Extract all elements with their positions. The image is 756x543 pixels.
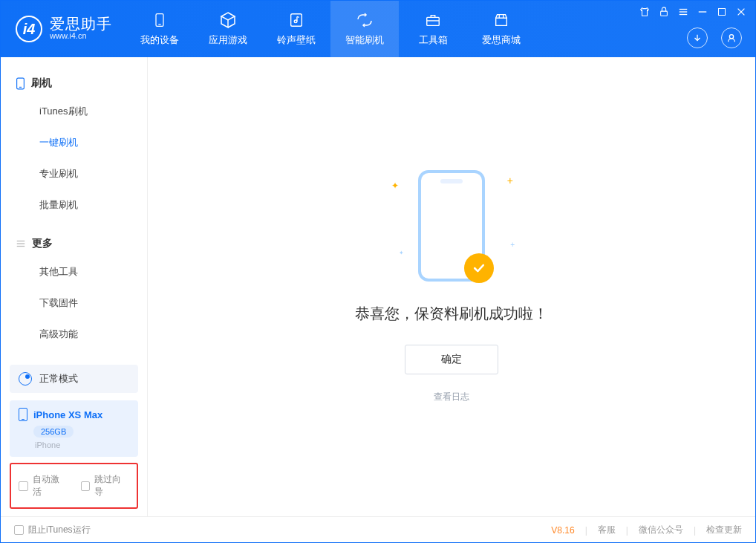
app-header: i4 爱思助手 www.i4.cn 我的设备 应用游戏 铃声壁纸 智能刷机 工具… [1, 1, 755, 57]
download-button[interactable] [687, 27, 708, 48]
device-icon [151, 11, 169, 29]
sidebar-item-itunes-flash[interactable]: iTunes刷机 [1, 96, 147, 127]
maximize-icon[interactable] [717, 7, 727, 17]
success-illustration: ✦ + ✦ + [418, 170, 485, 282]
nav-toolbox[interactable]: 工具箱 [399, 1, 467, 57]
nav-my-device[interactable]: 我的设备 [126, 1, 194, 57]
sidebar-group-flash: 刷机 [1, 71, 147, 96]
view-log-link[interactable]: 查看日志 [434, 391, 469, 403]
sparkle-icon: ✦ [399, 250, 404, 256]
footer-link-support[interactable]: 客服 [598, 524, 616, 536]
nav-ringtones-wallpapers[interactable]: 铃声壁纸 [262, 1, 330, 57]
header-actions [687, 27, 742, 48]
svg-rect-4 [427, 17, 440, 25]
device-panel: 正常模式 iPhone XS Max 256GB iPhone 自动激活 跳过向… [1, 365, 147, 516]
sidebar-item-onekey-flash[interactable]: 一键刷机 [1, 127, 147, 158]
device-card[interactable]: iPhone XS Max 256GB iPhone [10, 400, 138, 457]
body: 刷机 iTunes刷机 一键刷机 专业刷机 批量刷机 更多 其他工具 下载固件 … [1, 57, 755, 516]
phone-icon [16, 77, 25, 90]
svg-rect-10 [719, 9, 726, 16]
close-icon[interactable] [736, 7, 746, 17]
sparkle-icon: + [510, 241, 515, 249]
sparkle-icon: ✦ [391, 181, 399, 191]
nav-apps-games[interactable]: 应用游戏 [194, 1, 262, 57]
checkbox-skip-guide[interactable]: 跳过向导 [81, 473, 130, 498]
options-box: 自动激活 跳过向导 [10, 463, 138, 509]
sidebar: 刷机 iTunes刷机 一键刷机 专业刷机 批量刷机 更多 其他工具 下载固件 … [1, 57, 148, 516]
version-label: V8.16 [551, 525, 574, 536]
device-name: iPhone XS Max [33, 409, 102, 420]
shirt-icon[interactable] [639, 7, 650, 17]
lock-icon[interactable] [659, 7, 669, 17]
sidebar-item-download-firmware[interactable]: 下载固件 [1, 287, 147, 319]
svg-rect-5 [661, 11, 668, 16]
svg-point-13 [729, 35, 733, 39]
nav-smart-flash[interactable]: 智能刷机 [330, 1, 399, 57]
svg-point-3 [294, 20, 297, 23]
device-capacity: 256GB [33, 426, 74, 438]
success-message: 恭喜您，保资料刷机成功啦！ [355, 304, 548, 324]
footer-link-update[interactable]: 检查更新 [706, 524, 742, 536]
minimize-icon[interactable] [697, 7, 708, 17]
menu-icon[interactable] [678, 7, 688, 17]
logo-subtitle: www.i4.cn [50, 31, 112, 41]
checkbox-block-itunes[interactable]: 阻止iTunes运行 [14, 524, 91, 536]
mode-icon [19, 372, 32, 386]
toolbox-icon [424, 11, 442, 29]
sidebar-group-more: 更多 [1, 231, 147, 256]
sidebar-item-batch-flash[interactable]: 批量刷机 [1, 189, 147, 221]
checkmark-badge-icon [464, 253, 494, 283]
window-controls-top [639, 7, 746, 17]
cube-icon [219, 11, 237, 29]
footer: 阻止iTunes运行 V8.16 | 客服 | 微信公众号 | 检查更新 [1, 516, 755, 543]
user-button[interactable] [721, 27, 742, 48]
ok-button[interactable]: 确定 [405, 345, 498, 374]
list-icon [16, 238, 26, 249]
device-type: iPhone [35, 440, 129, 449]
sidebar-item-advanced[interactable]: 高级功能 [1, 319, 147, 350]
logo-title: 爱思助手 [50, 16, 112, 31]
nav-store[interactable]: 爱思商城 [467, 1, 535, 57]
device-mode[interactable]: 正常模式 [10, 365, 138, 393]
music-icon [287, 11, 305, 29]
logo: i4 爱思助手 www.i4.cn [1, 1, 126, 57]
phone-icon [19, 408, 27, 421]
main-content: ✦ + ✦ + 恭喜您，保资料刷机成功啦！ 确定 查看日志 [148, 57, 755, 516]
logo-icon: i4 [16, 16, 42, 42]
refresh-icon [356, 11, 374, 29]
sparkle-icon: + [507, 175, 513, 186]
store-icon [492, 11, 510, 29]
sidebar-item-other-tools[interactable]: 其他工具 [1, 256, 147, 287]
checkbox-auto-activate[interactable]: 自动激活 [19, 473, 68, 498]
sidebar-item-pro-flash[interactable]: 专业刷机 [1, 158, 147, 189]
nav-tabs: 我的设备 应用游戏 铃声壁纸 智能刷机 工具箱 爱思商城 [126, 1, 535, 57]
footer-link-wechat[interactable]: 微信公众号 [639, 524, 683, 536]
